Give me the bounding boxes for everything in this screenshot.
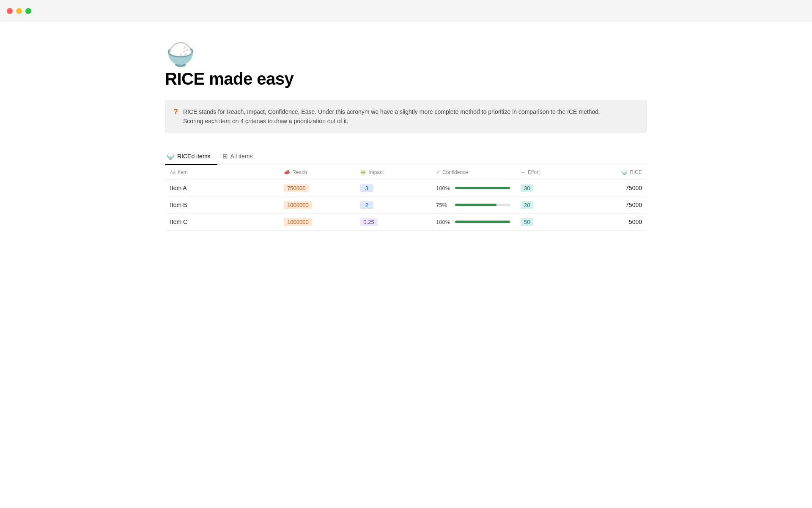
rice-b: 75000: [575, 196, 647, 213]
item-name-b: Item B: [165, 196, 279, 213]
rice-c: 5000: [575, 213, 647, 230]
confidence-a: 100%: [431, 179, 516, 196]
effort-a: 30: [516, 179, 575, 196]
reach-a: 750000: [279, 179, 355, 196]
impact-c: 0.25: [355, 213, 431, 230]
table-row: Item C 1000000 0.25 100%: [165, 213, 647, 230]
maximize-button[interactable]: [25, 8, 31, 14]
col-header-rice: 🍚 RICE: [575, 165, 647, 180]
confidence-bar-fill-b: [455, 204, 497, 206]
info-box-text: RICE stands for Reach, Impact, Confidenc…: [183, 107, 600, 126]
info-box: ? RICE stands for Reach, Impact, Confide…: [165, 100, 647, 133]
titlebar: [0, 0, 812, 22]
tabs-container: 🍚 RICEd items ⊞ All items: [165, 148, 647, 165]
confidence-c: 100%: [431, 213, 516, 230]
item-name-a: Item A: [165, 179, 279, 196]
reach-b: 1000000: [279, 196, 355, 213]
tab-all-items[interactable]: ⊞ All items: [221, 148, 260, 165]
confidence-bar-track-b: [455, 204, 510, 206]
item-col-prefix: Aa: [170, 170, 176, 175]
all-tab-label: All items: [230, 153, 253, 160]
info-icon: ?: [173, 108, 178, 116]
col-header-reach: 📣 Reach: [279, 165, 355, 180]
confidence-bar-track-c: [455, 221, 510, 223]
confidence-b: 75%: [431, 196, 516, 213]
rice-table: Aa Item 📣 Reach ✳️ Impact: [165, 165, 647, 231]
col-header-item: Aa Item: [165, 165, 279, 180]
close-button[interactable]: [7, 8, 13, 14]
confidence-bar-fill-a: [455, 187, 510, 189]
item-name-c: Item C: [165, 213, 279, 230]
effort-c: 50: [516, 213, 575, 230]
confidence-bar-track-a: [455, 187, 510, 189]
confidence-icon: ✓: [436, 169, 440, 175]
page-icon: 🍚: [165, 39, 195, 69]
table-row: Item A 750000 3 100% 30: [165, 179, 647, 196]
riced-tab-icon: 🍚: [167, 152, 175, 160]
all-tab-icon: ⊞: [222, 152, 228, 160]
impact-b: 2: [355, 196, 431, 213]
main-content: 🍚 RICE made easy ? RICE stands for Reach…: [131, 22, 681, 248]
reach-icon: 📣: [284, 169, 290, 175]
effort-b: 20: [516, 196, 575, 213]
col-header-effort: ↔ Effort: [516, 165, 575, 180]
table-row: Item B 1000000 2 75% 20: [165, 196, 647, 213]
impact-icon: ✳️: [360, 169, 366, 175]
col-header-confidence: ✓ Confidence: [431, 165, 516, 180]
tab-riced-items[interactable]: 🍚 RICEd items: [165, 148, 217, 165]
rice-col-icon: 🍚: [621, 169, 628, 175]
col-header-impact: ✳️ Impact: [355, 165, 431, 180]
reach-c: 1000000: [279, 213, 355, 230]
riced-tab-label: RICEd items: [177, 153, 211, 160]
impact-a: 3: [355, 179, 431, 196]
page-title: RICE made easy: [165, 69, 647, 88]
confidence-bar-fill-c: [455, 221, 510, 223]
rice-a: 75000: [575, 179, 647, 196]
minimize-button[interactable]: [16, 8, 22, 14]
effort-icon: ↔: [521, 169, 526, 175]
